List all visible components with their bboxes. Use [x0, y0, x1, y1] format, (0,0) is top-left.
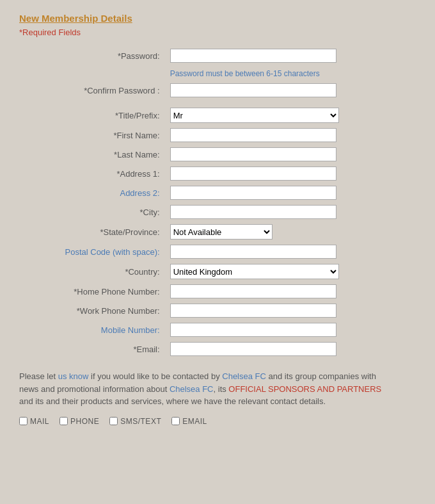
address1-input[interactable] [170, 167, 336, 181]
required-note: *Required Fields [19, 28, 416, 37]
work-phone-input[interactable] [170, 304, 336, 318]
city-label: *City: [140, 207, 160, 217]
address2-label: Address 2: [120, 188, 159, 198]
sms-checkbox[interactable] [109, 417, 118, 425]
phone-checkbox-item[interactable]: PHONE [59, 417, 99, 426]
last-name-label: *Last Name: [114, 150, 160, 159]
title-prefix-label: *Title/Prefix: [115, 111, 160, 120]
first-name-label: *First Name: [113, 131, 159, 140]
mail-checkbox[interactable] [19, 417, 28, 425]
state-select[interactable]: Not Available [170, 224, 273, 240]
home-phone-label: *Home Phone Number: [74, 287, 159, 297]
confirm-password-label: *Confirm Password : [84, 86, 159, 95]
sms-label: SMS/TEXT [120, 417, 161, 426]
postal-label: Postal Code (with space): [65, 247, 160, 257]
title-prefix-select[interactable]: Mr Mrs Ms Miss Dr [170, 108, 339, 123]
phone-checkbox[interactable] [59, 417, 68, 425]
mobile-label: Mobile Number: [101, 325, 160, 335]
email-checkbox-label: EMAIL [182, 417, 207, 426]
password-hint: Password must be between 6-15 characters [170, 69, 412, 78]
state-label: *State/Province: [100, 227, 159, 237]
first-name-input[interactable] [170, 128, 336, 142]
email-checkbox[interactable] [171, 417, 180, 425]
password-input[interactable] [170, 49, 336, 63]
membership-form: *Password: Password must be between 6-15… [19, 46, 416, 359]
mobile-input[interactable] [170, 323, 336, 337]
city-input[interactable] [170, 205, 336, 219]
email-input[interactable] [170, 342, 336, 356]
mail-checkbox-item[interactable]: MAIL [19, 417, 49, 426]
mail-label: MAIL [30, 417, 49, 426]
phone-label: PHONE [70, 417, 99, 426]
contact-options-row: MAIL PHONE SMS/TEXT EMAIL [19, 417, 416, 426]
address1-label: *Address 1: [116, 169, 159, 179]
work-phone-label: *Work Phone Number: [77, 306, 160, 316]
email-label: *Email: [133, 345, 159, 354]
country-label: *Country: [125, 267, 159, 277]
email-checkbox-item[interactable]: EMAIL [171, 417, 207, 426]
page-title[interactable]: New Membership Details [19, 13, 132, 24]
last-name-input[interactable] [170, 147, 336, 161]
country-select[interactable]: United Kingdom United States Australia C… [170, 264, 339, 279]
postal-input[interactable] [170, 245, 336, 259]
address2-input[interactable] [170, 186, 336, 200]
home-phone-input[interactable] [170, 284, 336, 298]
contact-paragraph: Please let us know if you would like to … [19, 370, 390, 408]
sms-checkbox-item[interactable]: SMS/TEXT [109, 417, 161, 426]
confirm-password-input[interactable] [170, 83, 336, 97]
password-label: *Password: [118, 51, 160, 61]
